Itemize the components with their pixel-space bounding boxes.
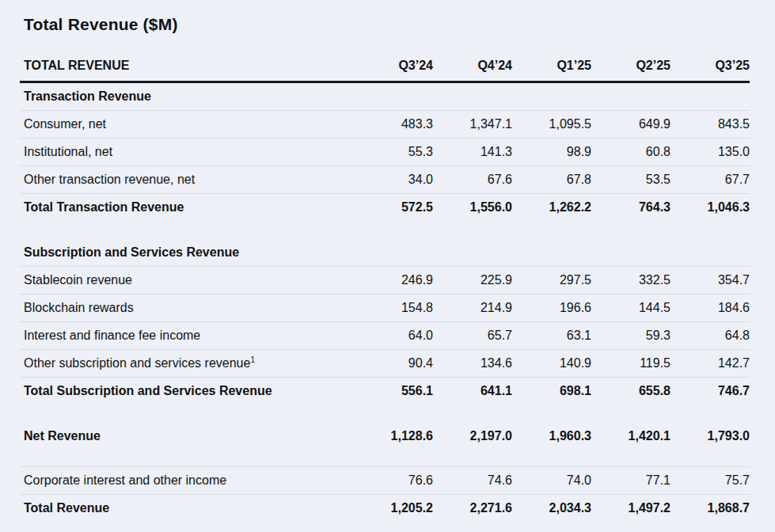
- value-cell: 184.6: [671, 294, 750, 322]
- table-row: Total Revenue1,205.22,271.62,034.31,497.…: [20, 494, 750, 522]
- value-cell: 764.3: [591, 194, 671, 222]
- revenue-table-body: Transaction RevenueConsumer, net483.31,3…: [20, 82, 750, 522]
- value-cell: [671, 239, 750, 267]
- value-cell: 59.3: [591, 322, 671, 350]
- table-row: Other transaction revenue, net34.067.667…: [20, 166, 750, 194]
- value-cell: [591, 239, 671, 267]
- value-cell: 1,868.7: [671, 494, 750, 522]
- value-cell: 1,793.0: [671, 423, 750, 450]
- value-cell: 297.5: [512, 267, 591, 294]
- value-cell: [591, 82, 671, 111]
- table-row: Total Subscription and Services Revenue5…: [20, 378, 750, 405]
- value-cell: 75.7: [671, 466, 750, 494]
- value-cell: 142.7: [671, 350, 750, 378]
- value-cell: [512, 239, 591, 267]
- value-cell: 483.3: [354, 111, 433, 139]
- table-row: Corporate interest and other income76.67…: [20, 466, 750, 494]
- value-cell: 1,128.6: [354, 423, 433, 450]
- page: Total Revenue ($M) TOTAL REVENUE Q3’24 Q…: [0, 0, 775, 522]
- table-row: Net Revenue1,128.62,197.01,960.31,420.11…: [20, 423, 750, 450]
- page-title: Total Revenue ($M): [24, 14, 756, 35]
- value-cell: 134.6: [433, 350, 512, 378]
- value-cell: [671, 82, 750, 111]
- value-cell: 144.5: [591, 294, 671, 322]
- value-cell: 90.4: [354, 350, 433, 378]
- value-cell: 74.0: [512, 466, 591, 494]
- spacer-cell: [20, 450, 750, 466]
- column-header-q3-25: Q3’25: [671, 59, 750, 82]
- row-label: Stablecoin revenue: [20, 267, 354, 294]
- value-cell: 135.0: [671, 139, 750, 166]
- value-cell: 1,205.2: [354, 494, 433, 522]
- value-cell: 746.7: [671, 378, 750, 405]
- value-cell: [512, 82, 591, 111]
- value-cell: 843.5: [671, 111, 750, 139]
- row-label: Institutional, net: [20, 139, 354, 166]
- value-cell: 698.1: [512, 378, 591, 405]
- value-cell: 67.7: [671, 166, 750, 194]
- row-label: Total Revenue: [20, 494, 354, 522]
- row-label: Net Revenue: [20, 423, 354, 450]
- value-cell: 55.3: [354, 139, 433, 166]
- value-cell: 77.1: [591, 466, 671, 494]
- value-cell: 76.6: [354, 466, 433, 494]
- value-cell: 53.5: [591, 166, 671, 194]
- spacer-cell: [20, 221, 750, 239]
- value-cell: 98.9: [512, 139, 591, 166]
- value-cell: 2,271.6: [433, 494, 512, 522]
- value-cell: 67.6: [433, 166, 512, 194]
- value-cell: 556.1: [354, 378, 433, 405]
- value-cell: [354, 82, 433, 111]
- table-row: Total Transaction Revenue572.51,556.01,2…: [20, 194, 750, 222]
- column-header-row: TOTAL REVENUE Q3’24 Q4’24 Q1’25 Q2’25 Q3…: [20, 59, 750, 82]
- row-label: Transaction Revenue: [20, 82, 354, 111]
- value-cell: 2,034.3: [512, 494, 591, 522]
- table-row: Stablecoin revenue246.9225.9297.5332.535…: [20, 267, 750, 294]
- value-cell: 196.6: [512, 294, 591, 322]
- value-cell: 246.9: [354, 267, 433, 294]
- value-cell: 119.5: [591, 350, 671, 378]
- column-header-q2-25: Q2’25: [591, 59, 671, 82]
- row-label: Subscription and Services Revenue: [20, 239, 354, 267]
- value-cell: 63.1: [512, 322, 591, 350]
- spacer-row: [20, 450, 750, 466]
- value-cell: 64.0: [354, 322, 433, 350]
- value-cell: 64.8: [671, 322, 750, 350]
- table-row: Transaction Revenue: [20, 82, 750, 111]
- column-header-q3-24: Q3’24: [354, 59, 433, 82]
- value-cell: 1,420.1: [591, 423, 671, 450]
- row-label: Blockchain rewards: [20, 294, 354, 322]
- value-cell: 649.9: [591, 111, 671, 139]
- spacer-cell: [20, 405, 750, 423]
- value-cell: 2,197.0: [433, 423, 512, 450]
- table-row: Subscription and Services Revenue: [20, 239, 750, 267]
- value-cell: 641.1: [433, 378, 512, 405]
- value-cell: 1,046.3: [671, 194, 750, 222]
- value-cell: 60.8: [591, 139, 671, 166]
- value-cell: 141.3: [433, 139, 512, 166]
- value-cell: 1,262.2: [512, 194, 591, 222]
- value-cell: 1,095.5: [512, 111, 591, 139]
- value-cell: 225.9: [433, 267, 512, 294]
- table-row: Interest and finance fee income64.065.76…: [20, 322, 750, 350]
- row-label: Other subscription and services revenue1: [20, 350, 354, 378]
- value-cell: 140.9: [512, 350, 591, 378]
- column-header-q1-25: Q1’25: [512, 59, 591, 82]
- row-label: Interest and finance fee income: [20, 322, 354, 350]
- row-label: Consumer, net: [20, 111, 354, 139]
- spacer-row: [20, 221, 750, 239]
- value-cell: 655.8: [591, 378, 671, 405]
- value-cell: 154.8: [354, 294, 433, 322]
- value-cell: 65.7: [433, 322, 512, 350]
- row-label: Total Subscription and Services Revenue: [20, 378, 354, 405]
- row-label: Other transaction revenue, net: [20, 166, 354, 194]
- value-cell: 214.9: [433, 294, 512, 322]
- value-cell: 1,347.1: [433, 111, 512, 139]
- table-title-header: TOTAL REVENUE: [20, 59, 354, 82]
- row-label: Total Transaction Revenue: [20, 194, 354, 222]
- value-cell: 354.7: [671, 267, 750, 294]
- spacer-row: [20, 405, 750, 423]
- value-cell: 1,556.0: [433, 194, 512, 222]
- column-header-q4-24: Q4’24: [433, 59, 512, 82]
- value-cell: 1,960.3: [512, 423, 591, 450]
